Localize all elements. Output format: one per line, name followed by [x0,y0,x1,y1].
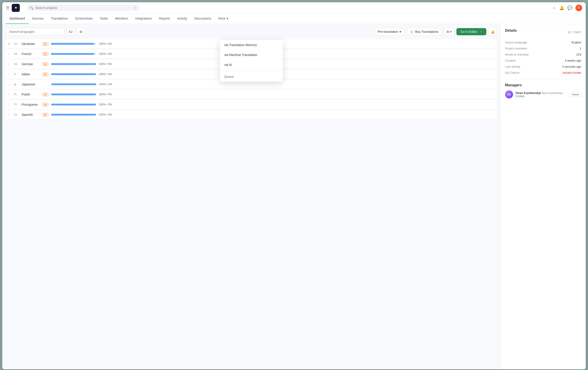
progress-bar [51,104,96,105]
chevron-down-icon: ▾ [227,17,228,20]
owner-badge: Owner [570,92,581,97]
dropdown-item-via-machine[interactable]: via Machine Translation [220,50,283,60]
star-icon[interactable]: ★ [8,42,11,46]
progress-text: 100% • 0% [99,83,117,86]
progress-bar-blue [51,104,96,105]
avatar[interactable]: T [575,4,582,11]
progress-bar [51,83,96,85]
progress-bar-green [51,43,52,45]
star-icon[interactable]: ☆ [8,113,11,116]
pre-translation-dropdown: via Translation Memory via Machine Trans… [220,40,283,82]
tab-tasks[interactable]: Tasks [96,13,111,24]
dropdown-item-via-memory[interactable]: via Translation Memory [220,40,283,50]
detail-created: Created 4 weeks ago [505,58,581,64]
go-to-editor-label: Go to Editor [461,30,477,33]
progress-bar [51,93,96,95]
tab-more[interactable]: More ▾ [215,13,232,24]
search-languages-input[interactable] [6,28,64,36]
chat-icon[interactable]: 💬 [567,5,572,10]
cart-icon: 🛒 [410,30,414,33]
pre-translation-label: Pre-translation [378,30,398,33]
star-icon[interactable]: ☆ [8,92,11,96]
notification-bell-button[interactable]: 🔔 [489,28,497,36]
manager-info: Taras Kryshevskyi taras.kryshevskyi Cont… [515,91,568,98]
top-bar: ☰ ✦ 🔍 / ＋ 🔔 💬 T [2,2,586,13]
qa-badge: QA [42,62,48,66]
qa-badge: QA [42,93,48,96]
dropdown-item-queue[interactable]: Queue [220,72,283,82]
qa-badge: QA [42,72,48,76]
tab-members[interactable]: Members [111,13,132,24]
search-bar[interactable]: 🔍 / [27,5,139,11]
logo-symbol: ✦ [14,5,18,10]
progress-bar-blue [51,83,96,85]
bell-icon[interactable]: 🔔 [559,5,564,10]
star-icon[interactable]: ☆ [8,103,11,106]
qa-badge: QA [42,52,48,56]
top-bar-left: ☰ ✦ [6,4,20,12]
add-icon[interactable]: ＋ [552,5,556,10]
search-icon: 🔍 [30,6,33,10]
hamburger-icon[interactable]: ☰ [6,5,10,10]
go-to-editor-button[interactable]: Go to Editor → [456,28,486,35]
progress-text: 100% • 0% [99,52,117,55]
view-chevron-icon: ▾ [450,30,452,33]
details-title: Details [505,29,517,33]
view-grid-icon: ⊞ [447,30,449,33]
list-item[interactable]: ☆PTPortugueseQA100% • 0% [6,100,497,109]
main-content: AZ ⊞ Pre-translation ▾ 🛒 Buy Translation… [2,24,586,369]
logo[interactable]: ✦ [12,4,20,12]
language-name: Portuguese [21,103,40,106]
grid-view-button[interactable]: ⊞ [77,28,85,36]
tab-translations[interactable]: Translations [47,13,72,24]
language-name: Japanese [21,82,40,86]
language-code: FR [14,53,19,55]
language-name: Polish [21,92,40,96]
progress-bar [51,73,96,75]
tab-screenshots[interactable]: Screenshots [72,13,96,24]
pre-translation-button[interactable]: Pre-translation ▾ [374,28,404,36]
progress-bar-blue [51,63,96,65]
view-toggle-button[interactable]: ⊞ ▾ [444,28,454,36]
tab-activity[interactable]: Activity [174,13,191,24]
tab-integrations[interactable]: Integrations [132,13,156,24]
progress-text: 100% • 0% [99,42,117,45]
language-code: ES [14,113,19,116]
list-item[interactable]: ☆PLPolishQA100% • 0% [6,90,497,99]
buy-translations-button[interactable]: 🛒 Buy Translations [407,28,442,36]
language-name: Ukrainian [21,42,40,46]
list-item[interactable]: ☆ESSpanishQA100% • 0% [6,110,497,119]
tab-reports[interactable]: Reports [156,13,174,24]
progress-text: 100% • 0% [99,113,117,116]
manager-avatar: TK [505,90,513,98]
detail-qa-checks: QA Checks ISSUES FOUND [505,70,581,76]
language-code: DE [14,63,19,65]
tab-dashboard[interactable]: Dashboard [6,13,29,24]
left-panel: AZ ⊞ Pre-translation ▾ 🛒 Buy Translation… [2,24,500,369]
search-input[interactable] [35,6,132,10]
toolbar-row: AZ ⊞ Pre-translation ▾ 🛒 Buy Translation… [6,28,497,36]
detail-last-activity: Last activity 2 seconds ago [505,64,581,70]
language-name: Italian [21,72,40,76]
star-icon[interactable]: ☆ [8,52,11,56]
progress-text: 100% • 0% [99,103,117,106]
manager-contact-link[interactable]: Contact [515,95,568,98]
dropdown-item-via-ai[interactable]: via AI [220,60,283,70]
right-panel: Details ID: 713457 Source language Engli… [500,24,586,369]
language-name: French [21,52,40,56]
star-icon[interactable]: ☆ [8,82,11,86]
detail-words-to-translate: Words to translate 215 [505,51,581,58]
dropdown-arrow-icon: ▾ [399,30,401,33]
az-sort-button[interactable]: AZ [67,28,75,36]
progress-bar [51,53,96,55]
star-icon[interactable]: ☆ [8,62,11,66]
progress-bar [51,114,96,115]
detail-source-language: Source language English [505,39,581,45]
star-icon[interactable]: ☆ [8,72,11,76]
tab-discussions[interactable]: Discussions [191,13,215,24]
language-code: あ [14,83,19,86]
manager-username: taras.kryshevskyi [542,92,563,95]
tab-sources[interactable]: Sources [29,13,47,24]
language-name: Spanish [21,113,40,116]
buy-translations-label: Buy Translations [415,30,439,33]
